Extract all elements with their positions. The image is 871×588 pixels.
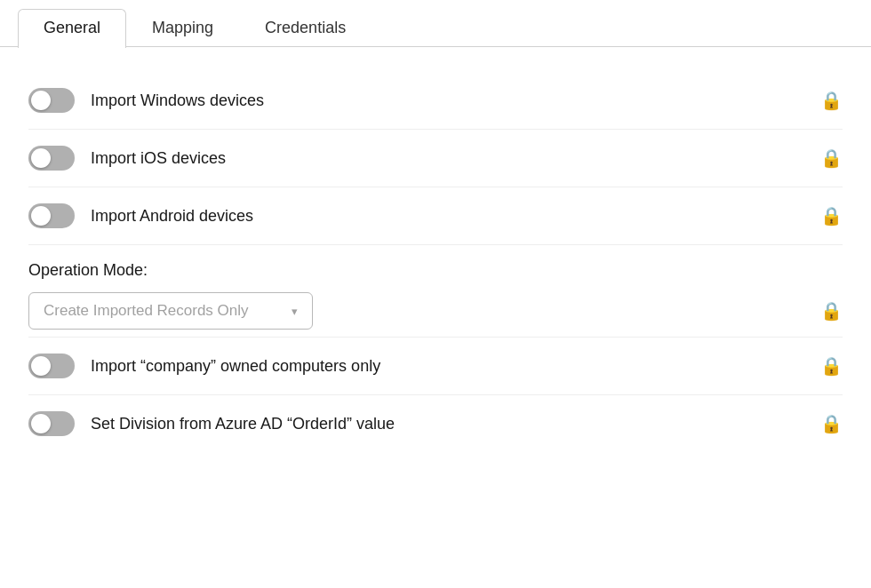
content-area: Import Windows devices 🔒 Import iOS devi… [0, 47, 871, 477]
tab-general[interactable]: General [18, 9, 126, 48]
toggle-thumb-ios [31, 148, 51, 168]
setting-row-import-company: Import “company” owned computers only 🔒 [21, 338, 850, 394]
lock-icon-import-android: 🔒 [819, 205, 843, 226]
toggle-thumb-company [31, 356, 51, 376]
lock-icon-import-ios: 🔒 [819, 147, 843, 169]
setting-left-android: Import Android devices [28, 203, 253, 228]
label-import-company: Import “company” owned computers only [91, 357, 380, 376]
setting-left-company: Import “company” owned computers only [28, 354, 380, 378]
toggle-set-division[interactable] [28, 411, 75, 436]
toggle-thumb-android [31, 206, 51, 226]
setting-left: Import Windows devices [28, 88, 264, 113]
dropdown-arrow-icon: ▾ [292, 305, 298, 318]
toggle-import-windows[interactable] [28, 88, 75, 113]
lock-icon-division: 🔒 [819, 413, 843, 434]
tabs-bar: General Mapping Credentials [0, 0, 871, 47]
operation-mode-label: Operation Mode: [28, 261, 843, 280]
dropdown-selected-value: Create Imported Records Only [44, 302, 249, 320]
toggle-import-ios[interactable] [28, 146, 75, 171]
lock-icon-company: 🔒 [819, 355, 843, 377]
label-import-windows: Import Windows devices [91, 91, 264, 110]
lock-icon-operation-mode: 🔒 [819, 300, 843, 322]
label-import-ios: Import iOS devices [91, 149, 226, 168]
operation-mode-row: Create Imported Records Only ▾ 🔒 [28, 292, 843, 330]
setting-left-ios: Import iOS devices [28, 146, 226, 171]
toggle-track-android [28, 203, 75, 228]
operation-mode-dropdown[interactable]: Create Imported Records Only ▾ [28, 292, 313, 330]
setting-left-division: Set Division from Azure AD “OrderId” val… [28, 411, 395, 436]
setting-row-import-windows: Import Windows devices 🔒 [21, 72, 850, 129]
toggle-thumb [31, 91, 51, 110]
setting-row-import-android: Import Android devices 🔒 [21, 187, 850, 244]
label-set-division: Set Division from Azure AD “OrderId” val… [91, 415, 395, 433]
setting-row-set-division: Set Division from Azure AD “OrderId” val… [21, 395, 850, 452]
toggle-import-company[interactable] [28, 354, 75, 378]
toggle-import-android[interactable] [28, 203, 75, 228]
operation-mode-section: Operation Mode: Create Imported Records … [21, 245, 850, 337]
toggle-track-company [28, 354, 75, 378]
tab-credentials[interactable]: Credentials [239, 9, 372, 48]
toggle-track [28, 88, 75, 113]
label-import-android: Import Android devices [91, 207, 253, 226]
tab-mapping[interactable]: Mapping [126, 9, 239, 48]
toggle-track-ios [28, 146, 75, 171]
page-container: General Mapping Credentials Import Windo… [0, 0, 871, 588]
toggle-track-division [28, 411, 75, 436]
lock-icon-import-windows: 🔒 [819, 90, 843, 111]
toggle-thumb-division [31, 414, 51, 433]
setting-row-import-ios: Import iOS devices 🔒 [21, 130, 850, 187]
